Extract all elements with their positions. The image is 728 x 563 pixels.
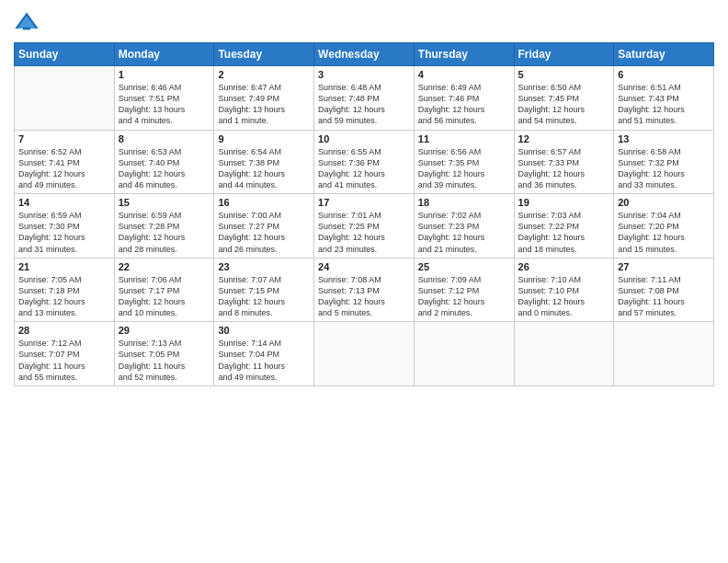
calendar-cell xyxy=(15,66,115,131)
day-number: 26 xyxy=(518,261,610,272)
day-number: 7 xyxy=(18,133,110,144)
calendar-cell: 26Sunrise: 7:10 AM Sunset: 7:10 PM Dayli… xyxy=(514,258,614,322)
day-info: Sunrise: 7:14 AM Sunset: 7:04 PM Dayligh… xyxy=(218,338,310,383)
calendar-cell xyxy=(514,322,614,386)
calendar-week-3: 14Sunrise: 6:59 AM Sunset: 7:30 PM Dayli… xyxy=(15,194,714,259)
day-info: Sunrise: 7:06 AM Sunset: 7:17 PM Dayligh… xyxy=(119,274,210,319)
day-info: Sunrise: 7:08 AM Sunset: 7:13 PM Dayligh… xyxy=(318,274,410,319)
day-number: 19 xyxy=(518,197,610,208)
day-info: Sunrise: 6:56 AM Sunset: 7:35 PM Dayligh… xyxy=(418,146,510,191)
day-number: 20 xyxy=(618,197,710,208)
calendar-cell: 1Sunrise: 6:46 AM Sunset: 7:51 PM Daylig… xyxy=(114,66,214,131)
day-number: 15 xyxy=(119,197,210,208)
day-info: Sunrise: 7:05 AM Sunset: 7:18 PM Dayligh… xyxy=(18,274,110,319)
calendar-cell: 3Sunrise: 6:48 AM Sunset: 7:48 PM Daylig… xyxy=(314,66,415,131)
day-info: Sunrise: 7:12 AM Sunset: 7:07 PM Dayligh… xyxy=(18,338,110,383)
weekday-header-monday: Monday xyxy=(114,43,214,66)
calendar-cell: 17Sunrise: 7:01 AM Sunset: 7:25 PM Dayli… xyxy=(314,194,415,259)
day-info: Sunrise: 6:53 AM Sunset: 7:40 PM Dayligh… xyxy=(119,146,210,191)
calendar-cell: 4Sunrise: 6:49 AM Sunset: 7:46 PM Daylig… xyxy=(414,66,514,131)
day-info: Sunrise: 6:51 AM Sunset: 7:43 PM Dayligh… xyxy=(618,82,710,127)
calendar-cell: 19Sunrise: 7:03 AM Sunset: 7:22 PM Dayli… xyxy=(514,194,614,259)
day-number: 13 xyxy=(618,133,710,144)
weekday-header-friday: Friday xyxy=(514,43,614,66)
day-info: Sunrise: 7:07 AM Sunset: 7:15 PM Dayligh… xyxy=(218,274,310,319)
day-number: 9 xyxy=(218,133,310,144)
calendar-cell: 9Sunrise: 6:54 AM Sunset: 7:38 PM Daylig… xyxy=(214,130,314,194)
day-number: 28 xyxy=(18,325,110,336)
day-number: 27 xyxy=(618,261,710,272)
calendar-cell: 20Sunrise: 7:04 AM Sunset: 7:20 PM Dayli… xyxy=(614,194,714,259)
day-info: Sunrise: 7:02 AM Sunset: 7:23 PM Dayligh… xyxy=(418,210,510,255)
day-number: 25 xyxy=(418,261,510,272)
calendar-cell: 5Sunrise: 6:50 AM Sunset: 7:45 PM Daylig… xyxy=(514,66,614,131)
calendar-cell: 14Sunrise: 6:59 AM Sunset: 7:30 PM Dayli… xyxy=(15,194,115,259)
day-number: 17 xyxy=(318,197,410,208)
calendar-cell: 28Sunrise: 7:12 AM Sunset: 7:07 PM Dayli… xyxy=(15,322,115,386)
calendar-cell: 22Sunrise: 7:06 AM Sunset: 7:17 PM Dayli… xyxy=(114,258,214,322)
calendar-cell: 13Sunrise: 6:58 AM Sunset: 7:32 PM Dayli… xyxy=(614,130,714,194)
day-info: Sunrise: 6:48 AM Sunset: 7:48 PM Dayligh… xyxy=(318,82,410,127)
page: SundayMondayTuesdayWednesdayThursdayFrid… xyxy=(0,0,728,563)
calendar-cell: 23Sunrise: 7:07 AM Sunset: 7:15 PM Dayli… xyxy=(214,258,314,322)
calendar-cell: 25Sunrise: 7:09 AM Sunset: 7:12 PM Dayli… xyxy=(414,258,514,322)
header xyxy=(14,9,714,35)
day-info: Sunrise: 6:59 AM Sunset: 7:28 PM Dayligh… xyxy=(119,210,210,255)
calendar-cell: 7Sunrise: 6:52 AM Sunset: 7:41 PM Daylig… xyxy=(15,130,115,194)
calendar-cell: 29Sunrise: 7:13 AM Sunset: 7:05 PM Dayli… xyxy=(114,322,214,386)
weekday-header-row: SundayMondayTuesdayWednesdayThursdayFrid… xyxy=(15,43,714,66)
day-number: 24 xyxy=(318,261,410,272)
calendar-table: SundayMondayTuesdayWednesdayThursdayFrid… xyxy=(14,42,714,386)
day-info: Sunrise: 6:55 AM Sunset: 7:36 PM Dayligh… xyxy=(318,146,410,191)
day-info: Sunrise: 7:04 AM Sunset: 7:20 PM Dayligh… xyxy=(618,210,710,255)
day-info: Sunrise: 6:46 AM Sunset: 7:51 PM Dayligh… xyxy=(119,82,210,127)
day-info: Sunrise: 6:54 AM Sunset: 7:38 PM Dayligh… xyxy=(218,146,310,191)
day-number: 8 xyxy=(119,133,210,144)
calendar-cell: 15Sunrise: 6:59 AM Sunset: 7:28 PM Dayli… xyxy=(114,194,214,259)
weekday-header-thursday: Thursday xyxy=(414,43,514,66)
day-info: Sunrise: 6:47 AM Sunset: 7:49 PM Dayligh… xyxy=(218,82,310,127)
calendar-cell: 27Sunrise: 7:11 AM Sunset: 7:08 PM Dayli… xyxy=(614,258,714,322)
calendar-cell: 16Sunrise: 7:00 AM Sunset: 7:27 PM Dayli… xyxy=(214,194,314,259)
day-info: Sunrise: 6:59 AM Sunset: 7:30 PM Dayligh… xyxy=(18,210,110,255)
day-info: Sunrise: 7:03 AM Sunset: 7:22 PM Dayligh… xyxy=(518,210,610,255)
day-info: Sunrise: 6:57 AM Sunset: 7:33 PM Dayligh… xyxy=(518,146,610,191)
day-number: 18 xyxy=(418,197,510,208)
day-info: Sunrise: 6:58 AM Sunset: 7:32 PM Dayligh… xyxy=(618,146,710,191)
calendar-cell: 12Sunrise: 6:57 AM Sunset: 7:33 PM Dayli… xyxy=(514,130,614,194)
calendar-cell xyxy=(614,322,714,386)
logo-icon xyxy=(14,9,40,35)
svg-rect-2 xyxy=(23,28,30,30)
weekday-header-tuesday: Tuesday xyxy=(214,43,314,66)
day-info: Sunrise: 6:50 AM Sunset: 7:45 PM Dayligh… xyxy=(518,82,610,127)
weekday-header-wednesday: Wednesday xyxy=(314,43,415,66)
day-info: Sunrise: 7:11 AM Sunset: 7:08 PM Dayligh… xyxy=(618,274,710,319)
weekday-header-sunday: Sunday xyxy=(15,43,115,66)
calendar-cell: 10Sunrise: 6:55 AM Sunset: 7:36 PM Dayli… xyxy=(314,130,415,194)
calendar-cell: 8Sunrise: 6:53 AM Sunset: 7:40 PM Daylig… xyxy=(114,130,214,194)
day-number: 6 xyxy=(618,69,710,80)
day-number: 14 xyxy=(18,197,110,208)
day-number: 10 xyxy=(318,133,410,144)
day-number: 22 xyxy=(119,261,210,272)
day-number: 12 xyxy=(518,133,610,144)
calendar-cell: 30Sunrise: 7:14 AM Sunset: 7:04 PM Dayli… xyxy=(214,322,314,386)
day-info: Sunrise: 7:13 AM Sunset: 7:05 PM Dayligh… xyxy=(119,338,210,383)
day-info: Sunrise: 7:00 AM Sunset: 7:27 PM Dayligh… xyxy=(218,210,310,255)
logo xyxy=(14,9,43,35)
day-number: 30 xyxy=(218,325,310,336)
day-number: 4 xyxy=(418,69,510,80)
day-info: Sunrise: 7:09 AM Sunset: 7:12 PM Dayligh… xyxy=(418,274,510,319)
calendar-week-1: 1Sunrise: 6:46 AM Sunset: 7:51 PM Daylig… xyxy=(15,66,714,131)
day-info: Sunrise: 6:49 AM Sunset: 7:46 PM Dayligh… xyxy=(418,82,510,127)
day-number: 16 xyxy=(218,197,310,208)
day-number: 1 xyxy=(119,69,210,80)
calendar-week-2: 7Sunrise: 6:52 AM Sunset: 7:41 PM Daylig… xyxy=(15,130,714,194)
weekday-header-saturday: Saturday xyxy=(614,43,714,66)
calendar-cell: 21Sunrise: 7:05 AM Sunset: 7:18 PM Dayli… xyxy=(15,258,115,322)
calendar-cell: 11Sunrise: 6:56 AM Sunset: 7:35 PM Dayli… xyxy=(414,130,514,194)
day-info: Sunrise: 6:52 AM Sunset: 7:41 PM Dayligh… xyxy=(18,146,110,191)
day-number: 11 xyxy=(418,133,510,144)
day-number: 3 xyxy=(318,69,410,80)
day-number: 2 xyxy=(218,69,310,80)
